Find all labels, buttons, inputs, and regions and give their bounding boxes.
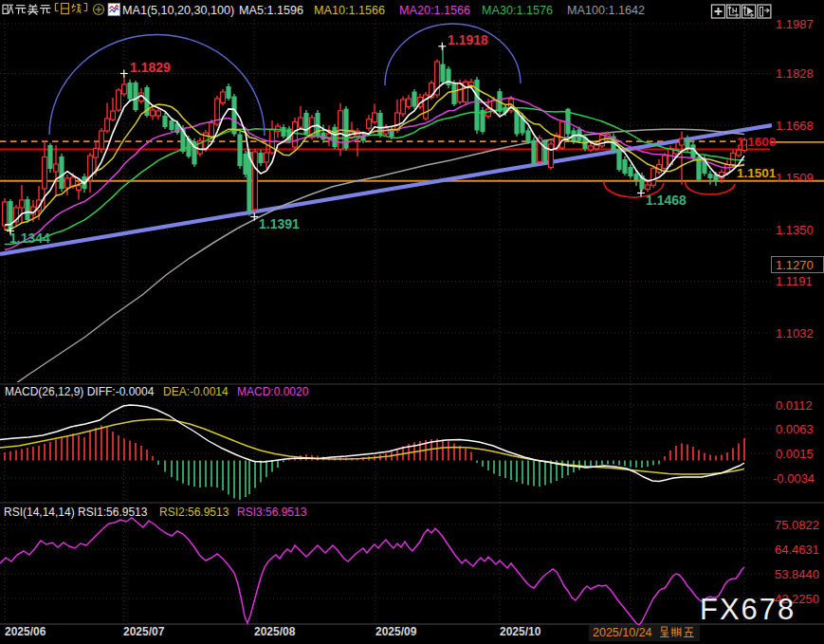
- svg-text:2025/10: 2025/10: [500, 625, 541, 638]
- svg-text:1.1391: 1.1391: [259, 216, 300, 231]
- svg-text:FX678: FX678: [700, 593, 796, 626]
- svg-text:1.1918: 1.1918: [448, 32, 488, 47]
- svg-text:RSI(14,14,14) RSI1:56.9513: RSI(14,14,14) RSI1:56.9513: [4, 506, 148, 519]
- svg-text:MA100:1.1642: MA100:1.1642: [567, 4, 645, 17]
- svg-text:1.1501: 1.1501: [737, 166, 777, 180]
- svg-text:53.8440: 53.8440: [775, 567, 819, 581]
- svg-text:MA1(5,10,20,30,100): MA1(5,10,20,30,100): [122, 4, 234, 17]
- svg-text:2025/06: 2025/06: [5, 625, 46, 638]
- svg-text:2025/10/24: 2025/10/24: [593, 626, 652, 639]
- svg-text:-0.0034: -0.0034: [773, 471, 815, 486]
- svg-text:1.1987: 1.1987: [776, 17, 814, 31]
- svg-text:RSI2:56.9513: RSI2:56.9513: [159, 506, 229, 519]
- svg-text:2025/07: 2025/07: [123, 625, 165, 638]
- svg-text:1.1668: 1.1668: [776, 119, 814, 133]
- svg-text:1.1344: 1.1344: [9, 230, 50, 246]
- svg-text:MA20:1.1566: MA20:1.1566: [399, 4, 470, 17]
- svg-text:1.1191: 1.1191: [776, 274, 813, 288]
- svg-text:MACD(26,12,9) DIFF:-0.0004: MACD(26,12,9) DIFF:-0.0004: [5, 385, 155, 398]
- svg-text:1.1468: 1.1468: [646, 193, 687, 208]
- svg-text:1.1032: 1.1032: [776, 326, 814, 340]
- svg-text:0.0015: 0.0015: [776, 447, 814, 461]
- svg-text:0.0063: 0.0063: [776, 422, 814, 436]
- svg-text:1.1600: 1.1600: [737, 135, 776, 149]
- svg-text:MA30:1.1576: MA30:1.1576: [482, 4, 553, 17]
- svg-text:1.1828: 1.1828: [776, 66, 814, 81]
- svg-text:MACD:0.0020: MACD:0.0020: [237, 385, 309, 398]
- svg-text:MA5:1.1596: MA5:1.1596: [239, 4, 303, 17]
- svg-text:0.0112: 0.0112: [776, 398, 813, 413]
- svg-text:75.0822: 75.0822: [775, 518, 819, 532]
- svg-text:1.1509: 1.1509: [776, 171, 814, 185]
- svg-text:MA10:1.1566: MA10:1.1566: [314, 4, 385, 17]
- svg-text:1.1270: 1.1270: [776, 258, 814, 272]
- svg-text:1.1829: 1.1829: [130, 60, 171, 75]
- svg-text:2025/09: 2025/09: [375, 625, 417, 638]
- svg-text:2025/08: 2025/08: [254, 625, 296, 638]
- svg-text:DEA:-0.0014: DEA:-0.0014: [163, 385, 229, 398]
- svg-text:1.1350: 1.1350: [776, 223, 814, 237]
- svg-text:64.4631: 64.4631: [775, 543, 819, 557]
- svg-text:RSI3:56.9513: RSI3:56.9513: [237, 506, 307, 519]
